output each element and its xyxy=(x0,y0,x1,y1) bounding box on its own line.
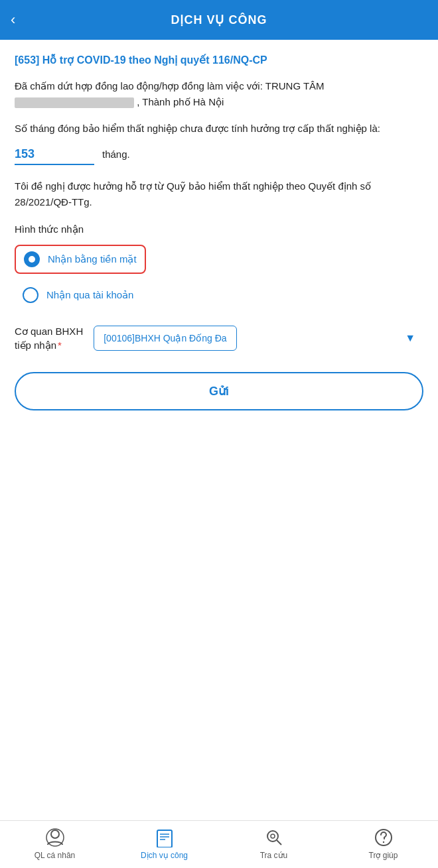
svg-point-10 xyxy=(382,841,384,842)
header-title: DỊCH VỤ CÔNG xyxy=(171,13,267,27)
help-icon xyxy=(373,827,394,848)
chevron-down-icon: ▼ xyxy=(405,332,415,344)
radio-option-account[interactable]: Nhận qua tài khoản xyxy=(15,282,423,308)
months-unit: tháng. xyxy=(102,149,130,160)
agency-row: Cơ quan BHXH tiếp nhận* [00106]BHXH Quận… xyxy=(15,324,423,352)
bottom-nav: QL cá nhân Dịch vụ công Tra cứu xyxy=(0,820,438,868)
paragraph-months: Số tháng đóng bảo hiểm thất nghiệp chưa … xyxy=(15,121,423,137)
payment-radio-group: Nhận bằng tiền mặt Nhận qua tài khoản xyxy=(15,245,423,308)
nav-item-service[interactable]: Dịch vụ công xyxy=(110,827,219,860)
nav-label-search: Tra cứu xyxy=(260,851,288,860)
back-button[interactable]: ‹ xyxy=(11,11,15,29)
nav-item-search[interactable]: Tra cứu xyxy=(219,827,328,860)
service-icon xyxy=(154,827,175,848)
months-input[interactable] xyxy=(15,147,94,165)
header: ‹ DỊCH VỤ CÔNG xyxy=(0,0,438,40)
nav-item-profile[interactable]: QL cá nhân xyxy=(0,827,110,860)
radio-circle-account xyxy=(23,287,38,303)
svg-point-8 xyxy=(271,834,275,838)
submit-button[interactable]: Gửi xyxy=(15,372,423,410)
agency-dropdown-wrapper: [00106]BHXH Quận Đống Đa ▼ xyxy=(94,326,423,351)
svg-rect-2 xyxy=(157,830,172,847)
radio-label-cash: Nhận bằng tiền mặt xyxy=(48,253,137,265)
agency-select[interactable]: [00106]BHXH Quận Đống Đa xyxy=(94,326,237,351)
svg-line-7 xyxy=(277,840,281,845)
search-icon xyxy=(263,827,285,848)
radio-circle-cash xyxy=(24,251,40,267)
note-text: Tôi đề nghị được hưởng hỗ trợ từ Quỹ bảo… xyxy=(15,178,423,210)
nav-label-profile: QL cá nhân xyxy=(35,851,76,860)
section-title: [653] Hỗ trợ COVID-19 theo Nghị quyết 11… xyxy=(15,53,423,68)
nav-item-help[interactable]: Trợ giúp xyxy=(328,827,438,860)
svg-point-6 xyxy=(267,831,278,841)
redacted-text xyxy=(15,97,134,108)
paragraph-contract: Đã chấm dứt hợp đồng lao động/hợp đồng l… xyxy=(15,78,423,110)
main-content: [653] Hỗ trợ COVID-19 theo Nghị quyết 11… xyxy=(0,40,438,820)
required-star: * xyxy=(58,340,62,351)
svg-point-0 xyxy=(51,830,59,838)
nav-label-service: Dịch vụ công xyxy=(141,851,188,860)
radio-label-account: Nhận qua tài khoản xyxy=(46,289,133,301)
payment-label: Hình thức nhận xyxy=(15,223,423,235)
agency-label: Cơ quan BHXH tiếp nhận* xyxy=(15,324,83,352)
months-input-row: tháng. xyxy=(15,147,423,165)
profile-icon xyxy=(44,827,66,848)
radio-option-cash[interactable]: Nhận bằng tiền mặt xyxy=(15,245,146,274)
nav-label-help: Trợ giúp xyxy=(369,851,398,860)
